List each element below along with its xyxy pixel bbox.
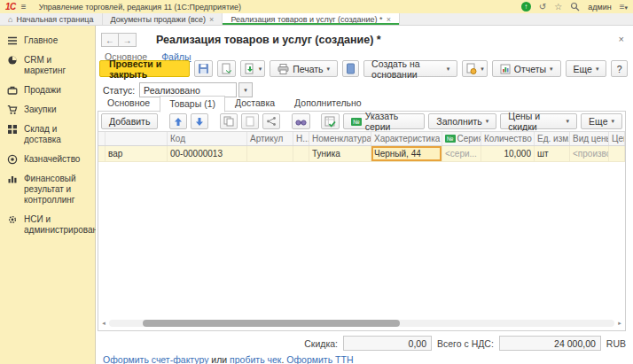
print-button[interactable]: Печать ▾ — [270, 60, 338, 77]
more-button[interactable]: Еще ▾ — [566, 60, 607, 77]
help-button[interactable]: ? — [611, 60, 628, 77]
sidebar-item-purchases[interactable]: Закупки — [0, 100, 95, 120]
cell-n[interactable] — [293, 146, 309, 161]
scroll-left-icon[interactable]: ◂ — [100, 320, 107, 327]
move-down-button[interactable] — [191, 113, 208, 129]
scroll-right-icon[interactable]: ▸ — [616, 320, 623, 327]
chevron-down-icon: ▾ — [244, 87, 247, 94]
arrow-down-icon — [195, 117, 204, 127]
cell-article[interactable] — [247, 146, 293, 161]
series-number-icon: № — [351, 118, 362, 126]
scrollbar-thumb[interactable] — [143, 320, 400, 327]
table-empty-area[interactable] — [98, 162, 625, 317]
col-article[interactable]: Артикул — [247, 132, 293, 145]
tab-home-label: Начальная страница — [16, 15, 93, 24]
cell-scrolled-fragment[interactable]: вар — [106, 146, 168, 161]
cell-nomenclature[interactable]: Туника — [309, 146, 371, 161]
discount-label: Скидка: — [304, 338, 338, 349]
check-availability-button[interactable] — [321, 113, 340, 129]
post-options-button[interactable]: ▾ — [240, 60, 266, 77]
history-icon[interactable]: ↺ — [539, 3, 546, 12]
back-arrow-button[interactable]: ← — [101, 33, 119, 47]
cell-code[interactable]: 00-00000013 — [168, 146, 247, 161]
col-n[interactable]: Н... — [293, 132, 309, 145]
specify-series-button[interactable]: № Указать серии — [343, 113, 425, 129]
coin-icon — [7, 154, 18, 165]
col-price-kind[interactable]: Вид цены — [570, 132, 609, 145]
sidebar-item-finance[interactable]: Финансовый результат и контроллинг — [0, 169, 95, 210]
sidebar-item-sales[interactable]: Продажи — [0, 81, 95, 100]
reports-button[interactable]: Отчеты ▾ — [492, 60, 561, 77]
document-links-button[interactable]: ▾ — [462, 60, 488, 77]
tab-delivery[interactable]: Доставка — [225, 95, 285, 112]
cell-characteristic-selected[interactable]: Черный, 44 — [371, 146, 442, 161]
copy-row-button[interactable] — [220, 113, 238, 129]
user-menu-icon[interactable]: ≡▾ — [620, 2, 628, 12]
col-unit[interactable]: Ед. изм. — [535, 132, 570, 145]
create-invoice-link[interactable]: Оформить счет-фактуру — [103, 354, 208, 364]
separator-text: . — [281, 354, 284, 364]
scrollbar-track[interactable] — [109, 320, 614, 327]
footer-actions: Оформить счет-фактуру или пробить чек. О… — [103, 354, 353, 364]
col-scrolled — [106, 132, 168, 145]
tab-sales-documents[interactable]: Документы продажи (все) × — [103, 13, 223, 25]
close-icon[interactable]: × — [209, 15, 214, 24]
move-up-button[interactable] — [169, 113, 187, 129]
favorites-star-icon[interactable]: ☆ — [554, 3, 562, 12]
search-rows-button[interactable] — [292, 113, 310, 129]
col-series[interactable]: № Серия — [442, 132, 481, 145]
create-on-basis-button[interactable]: Создать на основании ▾ — [363, 60, 457, 77]
series-number-icon: № — [445, 135, 456, 143]
tab-additional[interactable]: Дополнительно — [285, 95, 371, 112]
search-icon[interactable] — [570, 2, 580, 12]
notifications-icon[interactable]: ↑ — [521, 2, 531, 12]
table-row[interactable]: вар 00-00000013 Туника Черный, 44 <сери.… — [98, 146, 625, 162]
post-and-close-button[interactable]: Провести и закрыть — [99, 60, 190, 77]
sidebar-item-crm[interactable]: CRM и маркетинг — [0, 50, 95, 81]
col-quantity[interactable]: Количество — [481, 132, 535, 145]
sidebar-item-main[interactable]: Главное — [0, 31, 95, 50]
col-code[interactable]: Код — [168, 132, 247, 145]
current-user[interactable]: админ — [588, 3, 611, 12]
discount-value: 0,00 — [343, 336, 432, 351]
delete-row-button[interactable] — [241, 113, 259, 129]
sidebar-item-nsi-admin[interactable]: НСИ и администрирование — [0, 210, 95, 240]
col-price[interactable]: Цена — [609, 132, 625, 145]
menu-icon — [7, 35, 18, 46]
total-with-vat-label: Всего с НДС: — [437, 338, 494, 349]
sidebar-item-treasury[interactable]: Казначейство — [0, 150, 95, 169]
save-button[interactable] — [194, 60, 213, 77]
cell-price-kind[interactable]: <произво... — [570, 146, 609, 161]
chevron-down-icon: ▾ — [327, 66, 331, 73]
close-icon[interactable]: × — [387, 15, 391, 24]
main-menu-icon[interactable]: ≡ — [21, 2, 27, 12]
punch-receipt-link[interactable]: пробить чек — [230, 354, 281, 364]
cell-quantity[interactable]: 10,000 — [481, 146, 535, 161]
document-close-icon[interactable]: × — [619, 35, 624, 44]
structure-button[interactable] — [262, 113, 280, 129]
col-nomenclature[interactable]: Номенклатура — [309, 132, 371, 145]
goods-more-button[interactable]: Еще ▾ — [581, 113, 622, 129]
attached-files-button[interactable] — [342, 60, 359, 77]
col-characteristic[interactable]: Характеристика — [371, 132, 442, 145]
prices-discounts-label: Цены и скидки — [508, 111, 562, 132]
add-row-button[interactable]: Добавить — [101, 113, 158, 129]
tab-home[interactable]: ⌂ Начальная страница — [0, 13, 103, 25]
sidebar-item-warehouse[interactable]: Склад и доставка — [0, 120, 95, 150]
prices-discounts-button[interactable]: Цены и скидки ▾ — [500, 113, 577, 129]
cell-series[interactable]: <сери... — [442, 146, 481, 161]
forward-arrow-button[interactable]: → — [119, 33, 137, 47]
cell-price[interactable] — [609, 146, 625, 161]
tab-realization[interactable]: Реализация товаров и услуг (создание) * … — [223, 13, 400, 25]
horizontal-scrollbar[interactable]: ◂ ▸ — [100, 318, 623, 329]
cell-unit[interactable]: шт — [535, 146, 570, 161]
goods-panel: Добавить — [98, 111, 626, 331]
goods-table-header[interactable]: Код Артикул Н... Номенклатура Характерис… — [98, 131, 625, 146]
create-ttn-link[interactable]: Оформить ТТН — [286, 354, 353, 364]
tab-goods[interactable]: Товары (1) — [160, 96, 225, 112]
blue-document-icon — [346, 63, 356, 74]
post-button[interactable] — [217, 60, 236, 77]
tab-main[interactable]: Основное — [98, 95, 160, 112]
fill-button[interactable]: Заполнить ▾ — [428, 113, 496, 129]
chevron-down-icon: ▾ — [447, 66, 450, 73]
